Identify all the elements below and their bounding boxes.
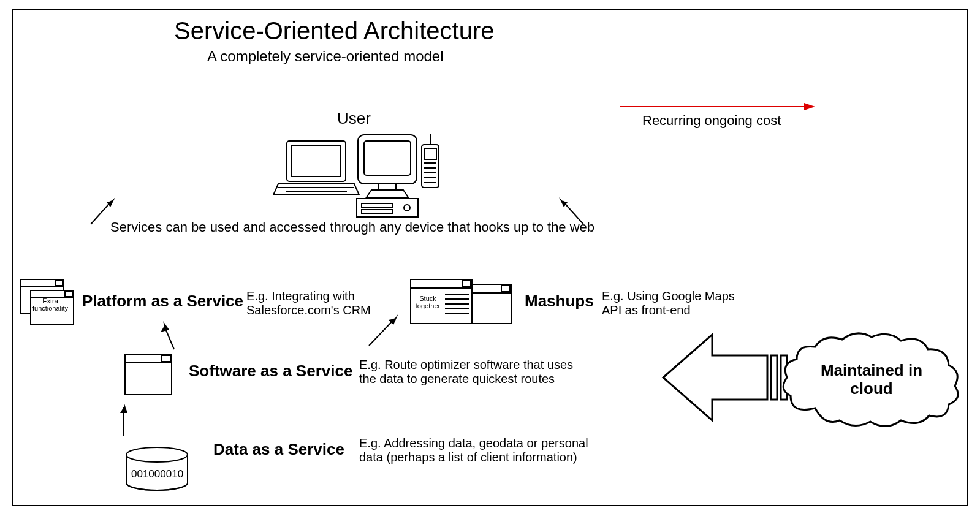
svg-marker-43 [161, 321, 169, 332]
diagram-page: Service-Oriented Architecture A complete… [0, 0, 980, 516]
arrow-saas-to-mashups [363, 310, 406, 353]
mashups-example: E.g. Using Google Maps API as front-end [602, 289, 737, 317]
svg-rect-7 [364, 141, 411, 175]
saas-icon [121, 351, 177, 400]
svg-rect-30 [65, 292, 72, 297]
daas-label: Data as a Service [213, 440, 344, 459]
paas-label: Platform as a Service [82, 292, 243, 311]
svg-rect-27 [55, 281, 63, 286]
svg-rect-10 [424, 148, 436, 159]
paas-icon-text: Extra functionality [32, 298, 69, 312]
svg-point-20 [404, 205, 410, 211]
svg-marker-50 [120, 402, 127, 413]
mashups-icon-text: Stuck together [413, 295, 443, 309]
svg-rect-52 [771, 355, 777, 400]
arrow-paas-to-user [85, 194, 121, 230]
user-label: User [337, 109, 371, 128]
diagram-subtitle: A completely service-oriented model [207, 48, 444, 65]
arrow-saas-to-paas [156, 319, 186, 355]
svg-line-44 [369, 319, 395, 346]
svg-rect-48 [162, 355, 170, 362]
diagram-title: Service-Oriented Architecture [174, 17, 494, 45]
cloud-label: Maintained in cloud [810, 362, 933, 398]
daas-example: E.g. Addressing data, geodata or persona… [359, 436, 592, 465]
arrow-mashups-to-user [553, 194, 590, 230]
mashups-label: Mashups [525, 292, 594, 311]
arrow-daas-to-saas [112, 400, 136, 442]
svg-rect-41 [501, 286, 510, 292]
recurring-cost-label: Recurring ongoing cost [642, 113, 781, 129]
svg-rect-19 [362, 210, 392, 213]
svg-marker-1 [804, 103, 815, 110]
svg-rect-33 [462, 281, 471, 287]
svg-rect-3 [292, 146, 341, 176]
user-caption: Services can be used and accessed throug… [110, 219, 594, 235]
diagram-frame: Service-Oriented Architecture A complete… [12, 9, 968, 506]
user-devices-icon [267, 126, 451, 218]
saas-label: Software as a Service [189, 362, 352, 381]
svg-rect-18 [362, 203, 392, 207]
cloud-arrow-icon [657, 328, 798, 427]
svg-rect-8 [379, 184, 396, 190]
database-text: 001000010 [131, 468, 183, 480]
saas-example: E.g. Route optimizer software that uses … [359, 358, 580, 386]
